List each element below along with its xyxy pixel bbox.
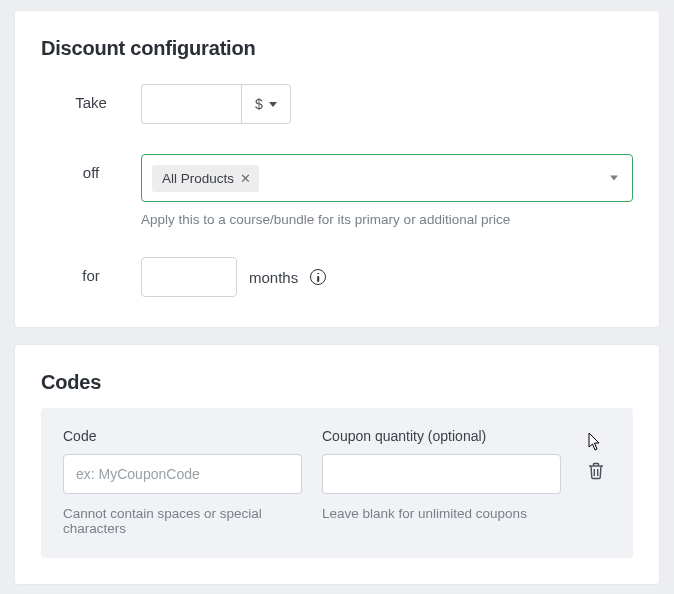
currency-value: $ — [255, 96, 263, 112]
take-label: Take — [41, 84, 141, 111]
take-row: Take $ — [41, 84, 633, 124]
codes-title: Codes — [41, 371, 633, 394]
code-input[interactable] — [63, 454, 302, 494]
remove-chip-icon[interactable]: ✕ — [240, 172, 251, 185]
code-column: Code Cannot contain spaces or special ch… — [63, 428, 302, 536]
for-row: for months — [41, 257, 633, 297]
code-entry-block: Code Cannot contain spaces or special ch… — [41, 408, 633, 558]
delete-code-button[interactable] — [584, 458, 608, 487]
quantity-helper-text: Leave blank for unlimited coupons — [322, 506, 561, 521]
quantity-column: Coupon quantity (optional) Leave blank f… — [322, 428, 561, 521]
discount-config-card: Discount configuration Take $ off — [14, 10, 660, 328]
off-label: off — [41, 154, 141, 181]
chevron-down-icon — [269, 102, 277, 107]
currency-select[interactable]: $ — [241, 84, 291, 124]
code-field-label: Code — [63, 428, 302, 444]
trash-icon — [588, 462, 604, 480]
codes-card: Codes Code Cannot contain spaces or spec… — [14, 344, 660, 585]
quantity-input[interactable] — [322, 454, 561, 494]
for-label: for — [41, 257, 141, 284]
code-helper-text: Cannot contain spaces or special charact… — [63, 506, 302, 536]
for-duration-input[interactable] — [141, 257, 237, 297]
off-row: off All Products ✕ Apply this to a cours… — [41, 154, 633, 227]
info-icon[interactable] — [310, 269, 326, 285]
discount-config-title: Discount configuration — [41, 37, 633, 60]
for-unit-label: months — [249, 269, 298, 286]
quantity-field-label: Coupon quantity (optional) — [322, 428, 561, 444]
off-helper-text: Apply this to a course/bundle for its pr… — [141, 212, 633, 227]
products-multiselect[interactable]: All Products ✕ — [141, 154, 633, 202]
take-amount-input[interactable] — [141, 84, 241, 124]
product-chip: All Products ✕ — [152, 165, 259, 192]
product-chip-label: All Products — [162, 171, 234, 186]
chevron-down-icon[interactable] — [610, 176, 618, 181]
